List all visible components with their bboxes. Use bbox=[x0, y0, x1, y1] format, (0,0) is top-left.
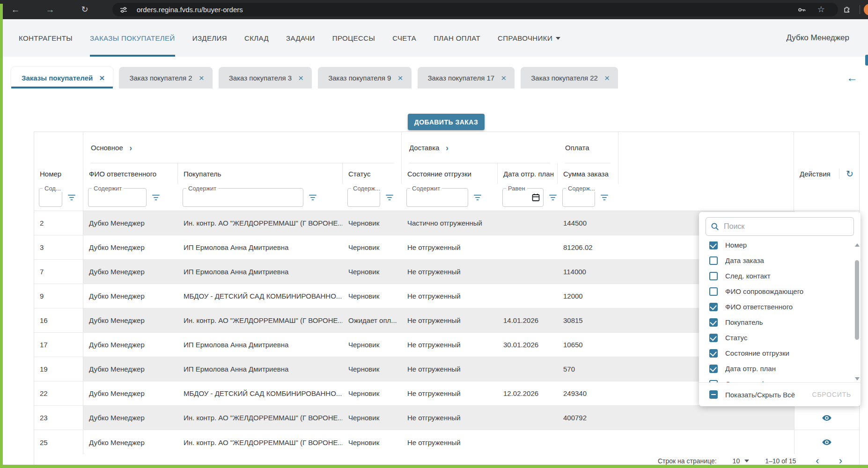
nav-item-zadachi[interactable]: ЗАДАЧИ bbox=[286, 19, 315, 57]
bookmark-star-icon[interactable]: ☆ bbox=[817, 4, 825, 15]
filter-icon[interactable] bbox=[68, 195, 75, 200]
col-header-ship-date-plan[interactable]: Дата отгр. план bbox=[498, 163, 558, 184]
site-settings-icon[interactable] bbox=[120, 6, 127, 14]
current-user[interactable]: Дубко Менеджер bbox=[786, 19, 849, 57]
nav-item-processy[interactable]: ПРОЦЕССЫ bbox=[332, 19, 375, 57]
filter-status-input[interactable]: Содерж... bbox=[347, 188, 380, 207]
checkbox-checked-icon[interactable] bbox=[709, 303, 718, 311]
cell-ship-date bbox=[498, 430, 558, 454]
cell-ship-date bbox=[498, 357, 558, 381]
eye-icon[interactable] bbox=[822, 437, 832, 447]
column-item-data-zakaza[interactable]: Дата заказа bbox=[699, 253, 854, 268]
checkbox-checked-icon[interactable] bbox=[709, 334, 718, 342]
close-icon[interactable]: × bbox=[604, 73, 610, 82]
nav-item-spravochniki[interactable]: СПРАВОЧНИКИ bbox=[498, 19, 560, 57]
tab-buyer-order-2[interactable]: Заказ покупателя 2 × bbox=[119, 67, 212, 88]
search-input[interactable] bbox=[724, 222, 849, 231]
cell-buyer: Ин. контр. АО "ЖЕЛДОРРЕММАШ" (Г ВОРОНЕ..… bbox=[178, 430, 343, 454]
column-item-fio-soprovozhdayushchego[interactable]: ФИО сопровождающего bbox=[699, 284, 854, 299]
tab-buyer-orders-list[interactable]: Заказы покупателей × bbox=[11, 67, 113, 88]
column-item-data-otgr-fakt[interactable]: Дата отгр. факт bbox=[699, 376, 854, 382]
column-item-sostoyanie-otgruzki[interactable]: Состояние отгрузки bbox=[699, 345, 854, 361]
scrollbar-thumb[interactable] bbox=[855, 260, 859, 340]
page-size-select[interactable]: 10 bbox=[733, 457, 750, 465]
column-item-fio-otvetstvennogo[interactable]: ФИО ответственного bbox=[699, 299, 854, 314]
filter-responsible-input[interactable]: Содержит bbox=[88, 188, 147, 207]
filter-order-total-input[interactable]: Содерж... bbox=[562, 188, 595, 207]
cell-buyer: МБДОУ - ДЕТСКИЙ САД КОМБИНИРОВАННО... bbox=[178, 284, 343, 308]
extensions-puzzle-icon[interactable] bbox=[843, 5, 852, 14]
url-text[interactable]: orders.regina.fvds.ru/buyer-orders bbox=[137, 3, 243, 16]
calendar-icon[interactable] bbox=[532, 193, 540, 202]
checkbox-checked-icon[interactable] bbox=[709, 365, 718, 373]
filter-ship-date-input[interactable]: Равен bbox=[502, 188, 544, 207]
tab-buyer-order-3[interactable]: Заказ покупателя 3 × bbox=[219, 67, 312, 88]
col-header-buyer[interactable]: Покупатель bbox=[178, 163, 343, 184]
col-header-number[interactable]: Номер bbox=[34, 163, 83, 184]
nav-item-plan-oplat[interactable]: ПЛАН ОПЛАТ bbox=[434, 19, 480, 57]
add-order-button[interactable]: ДОБАВИТЬ ЗАКАЗ bbox=[408, 114, 485, 130]
filter-icon[interactable] bbox=[386, 195, 393, 200]
cell-responsible: Дубко Менеджер bbox=[83, 357, 178, 381]
filter-icon[interactable] bbox=[474, 195, 481, 200]
col-header-status[interactable]: Статус bbox=[343, 163, 402, 184]
panel-scrollbar[interactable] bbox=[854, 241, 860, 382]
filter-icon[interactable] bbox=[601, 195, 608, 200]
chevron-right-icon[interactable]: › bbox=[446, 143, 448, 152]
checkbox-checked-icon[interactable] bbox=[709, 318, 718, 327]
tab-buyer-order-17[interactable]: Заказ покупателя 17 × bbox=[418, 67, 515, 88]
toggle-all-label: Показать/Скрыть Всё bbox=[725, 391, 795, 399]
checkbox-checked-icon[interactable] bbox=[709, 349, 718, 358]
checkbox-indeterminate-icon[interactable] bbox=[709, 390, 718, 399]
filter-icon[interactable] bbox=[309, 195, 316, 200]
close-icon[interactable]: × bbox=[298, 73, 303, 82]
eye-icon[interactable] bbox=[822, 413, 832, 423]
column-item-sled-kontakt[interactable]: След. контакт bbox=[699, 268, 854, 284]
tab-buyer-order-22[interactable]: Заказ покупателя 22 × bbox=[521, 67, 618, 88]
close-icon[interactable]: × bbox=[397, 73, 403, 82]
reset-columns-button[interactable]: СБРОСИТЬ bbox=[812, 391, 851, 398]
refresh-icon[interactable]: ↻ bbox=[846, 169, 853, 178]
filter-icon[interactable] bbox=[549, 195, 557, 200]
browser-profile-avatar[interactable] bbox=[864, 4, 868, 15]
column-item-nomer[interactable]: Номер bbox=[699, 241, 854, 253]
nav-item-sklad[interactable]: СКЛАД bbox=[244, 19, 269, 57]
arrow-left-icon[interactable]: ← bbox=[846, 71, 858, 84]
tab-buyer-order-9[interactable]: Заказ покупателя 9 × bbox=[318, 67, 411, 88]
password-key-icon[interactable] bbox=[797, 5, 806, 15]
column-search[interactable] bbox=[706, 217, 854, 236]
checkbox-unchecked-icon[interactable] bbox=[709, 256, 718, 265]
chevron-right-icon[interactable]: › bbox=[130, 143, 132, 152]
checkbox-unchecked-icon[interactable] bbox=[709, 287, 718, 296]
close-icon[interactable]: × bbox=[501, 73, 506, 82]
toggle-all-columns[interactable]: Показать/Скрыть Всё bbox=[699, 390, 812, 399]
nav-item-zakazy-pokupateley[interactable]: ЗАКАЗЫ ПОКУПАТЕЛЕЙ bbox=[90, 19, 175, 57]
close-icon[interactable]: × bbox=[99, 73, 104, 82]
close-icon[interactable]: × bbox=[199, 73, 204, 82]
browser-back-icon[interactable]: ← bbox=[8, 0, 22, 19]
scroll-up-icon[interactable] bbox=[855, 243, 860, 247]
nav-item-izdeliya[interactable]: ИЗДЕЛИЯ bbox=[192, 19, 227, 57]
nav-item-kontragenty[interactable]: КОНТРАГЕНТЫ bbox=[19, 19, 73, 57]
checkbox-unchecked-icon[interactable] bbox=[709, 272, 718, 280]
address-bar[interactable]: orders.regina.fvds.ru/buyer-orders ☆ bbox=[112, 3, 838, 16]
filter-number-input[interactable]: Сод... bbox=[39, 188, 62, 207]
column-item-pokupatel[interactable]: Покупатель bbox=[699, 314, 854, 330]
col-header-order-total[interactable]: Сумма заказа bbox=[558, 163, 618, 184]
filter-shipping-state-input[interactable]: Содержит bbox=[406, 188, 468, 207]
nav-item-scheta[interactable]: СЧЕТА bbox=[392, 19, 416, 57]
filter-icon[interactable] bbox=[152, 195, 160, 200]
checkbox-checked-icon[interactable] bbox=[709, 241, 718, 249]
column-item-data-otgr-plan[interactable]: Дата отгр. план bbox=[699, 361, 854, 376]
cell-ship-date: 14.01.2026 bbox=[498, 308, 558, 332]
table-row[interactable]: 25 Дубко Менеджер Ин. контр. АО "ЖЕЛДОРР… bbox=[34, 430, 859, 454]
table-row[interactable]: 23 Дубко Менеджер Ин. контр. АО "ЖЕЛДОРР… bbox=[34, 406, 859, 430]
browser-forward-icon[interactable]: → bbox=[43, 0, 57, 19]
filter-buyer-input[interactable]: Содержит bbox=[183, 188, 303, 207]
header-edge-button[interactable] bbox=[865, 55, 868, 66]
scroll-down-icon[interactable] bbox=[855, 377, 860, 380]
col-header-shipping-state[interactable]: Состояние отгрузки bbox=[402, 163, 498, 184]
col-header-responsible[interactable]: ФИО ответственного bbox=[83, 163, 178, 184]
browser-reload-icon[interactable]: ↻ bbox=[78, 0, 92, 19]
column-item-status[interactable]: Статус bbox=[699, 330, 854, 345]
